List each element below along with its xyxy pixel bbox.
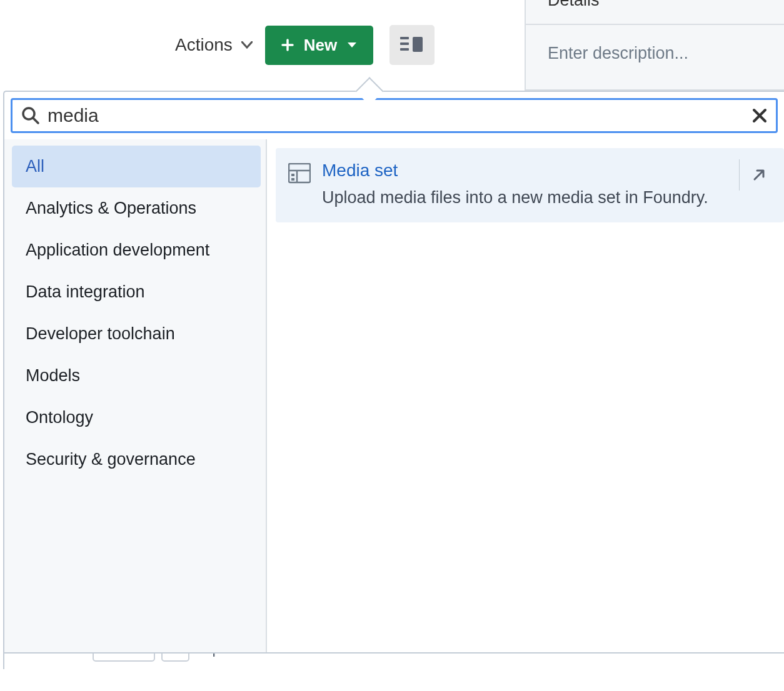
svg-rect-2 (400, 48, 409, 51)
category-item[interactable]: Ontology (12, 397, 261, 439)
category-list: AllAnalytics & OperationsApplication dev… (4, 139, 267, 652)
result-title: Media set (322, 161, 728, 181)
description-placeholder[interactable]: Enter description... (526, 25, 784, 82)
category-item[interactable]: Analytics & Operations (12, 187, 261, 229)
svg-rect-0 (400, 37, 409, 39)
results-area: Media set Upload media files into a new … (267, 139, 784, 652)
caret-down-icon (347, 41, 357, 49)
svg-rect-12 (291, 178, 294, 181)
new-button[interactable]: New (265, 26, 373, 65)
plus-icon (281, 39, 294, 51)
actions-label: Actions (175, 35, 233, 55)
category-item[interactable]: Security & governance (12, 439, 261, 480)
search-input[interactable] (48, 105, 745, 126)
svg-rect-1 (400, 42, 409, 45)
category-item[interactable]: Models (12, 355, 261, 397)
result-description: Upload media files into a new media set … (322, 186, 728, 210)
svg-line-5 (33, 118, 38, 123)
new-item-popover: AllAnalytics & OperationsApplication dev… (3, 91, 784, 654)
arrow-up-right-icon (751, 167, 766, 182)
result-content: Media set Upload media files into a new … (322, 161, 771, 210)
view-toggle-button[interactable] (389, 25, 435, 65)
popover-body: AllAnalytics & OperationsApplication dev… (4, 139, 784, 652)
category-item[interactable]: Developer toolchain (12, 313, 261, 355)
details-panel: Details Enter description... (525, 0, 784, 91)
svg-rect-3 (413, 37, 423, 52)
category-item[interactable]: Data integration (12, 271, 261, 313)
search-field-wrapper[interactable] (11, 98, 778, 133)
category-item[interactable]: Application development (12, 229, 261, 271)
search-icon (21, 106, 40, 125)
open-external-button[interactable] (739, 159, 766, 191)
clear-icon[interactable] (752, 108, 767, 123)
actions-dropdown[interactable]: Actions (175, 35, 253, 55)
list-detail-icon (400, 36, 424, 54)
caret-down-icon (241, 41, 253, 49)
category-item[interactable]: All (12, 146, 261, 187)
svg-rect-11 (291, 174, 294, 176)
new-button-label: New (304, 36, 337, 55)
details-title: Details (526, 0, 784, 25)
media-set-icon (288, 163, 311, 186)
result-item-media-set[interactable]: Media set Upload media files into a new … (276, 148, 784, 222)
